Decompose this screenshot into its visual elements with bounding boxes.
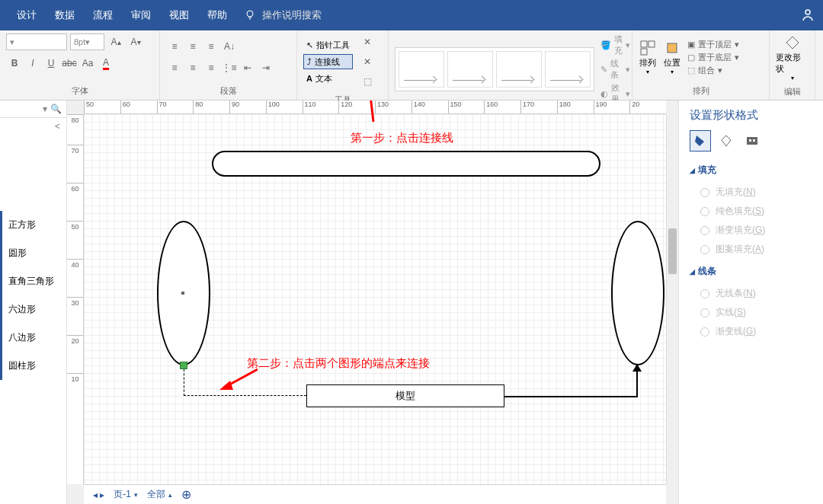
style-swatch-2[interactable] xyxy=(447,51,493,88)
group-button[interactable]: ⬚组合 ▾ xyxy=(687,65,739,76)
pointer-icon: ↖ xyxy=(306,40,313,50)
style-swatch-3[interactable] xyxy=(496,51,542,88)
connection-point-icon[interactable]: ✕ xyxy=(359,53,376,70)
line-gradient-option[interactable]: 渐变线(G) xyxy=(690,322,812,341)
shapes-collapse-icon[interactable]: < xyxy=(0,118,66,135)
align-middle-icon[interactable]: ≡ xyxy=(184,38,201,55)
size-tab-icon[interactable] xyxy=(741,130,763,152)
menu-data[interactable]: 数据 xyxy=(46,0,84,30)
fill-section-header[interactable]: ◢填充 xyxy=(690,164,812,177)
fill-none-option[interactable]: 无填充(N) xyxy=(690,183,812,202)
shape-item-circle[interactable]: 圆形 xyxy=(0,239,66,267)
page-tab-all[interactable]: 全部 ▴ xyxy=(147,488,172,501)
italic-icon[interactable]: I xyxy=(24,55,41,72)
shapes-search[interactable]: ▾ 🔍 xyxy=(0,100,66,118)
red-arrow-1 xyxy=(358,100,389,122)
text-tool[interactable]: A文本 xyxy=(303,71,353,86)
shape-rectangle-model[interactable]: 模型 xyxy=(306,384,504,407)
menu-help[interactable]: 帮助 xyxy=(198,0,236,30)
underline-icon[interactable]: U xyxy=(43,55,59,72)
vertical-scrollbar[interactable] xyxy=(666,114,678,484)
scrollbar-thumb[interactable] xyxy=(668,228,677,274)
shapes-search-input[interactable] xyxy=(5,104,43,113)
shape-rounded-rectangle[interactable] xyxy=(212,151,600,177)
bullets-icon[interactable]: ⋮≡ xyxy=(221,59,238,76)
ellipse-center-handle[interactable] xyxy=(181,292,184,295)
align-center-icon[interactable]: ≡ xyxy=(184,59,201,76)
font-case-icon[interactable]: Aa xyxy=(79,55,96,72)
arrow-head-up xyxy=(632,364,642,372)
fill-icon: 🪣 xyxy=(600,40,611,50)
fill-line-tab-icon[interactable] xyxy=(690,130,711,152)
style-gallery[interactable] xyxy=(395,47,594,91)
menu-process[interactable]: 流程 xyxy=(84,0,122,30)
svg-rect-7 xyxy=(749,139,751,142)
svg-rect-2 xyxy=(641,41,647,47)
line-section-header[interactable]: ◢线条 xyxy=(690,265,812,278)
lightbulb-icon[interactable] xyxy=(244,9,256,21)
annotation-step-1: 第一步：点击连接线 xyxy=(351,131,453,145)
menu-review[interactable]: 审阅 xyxy=(122,0,160,30)
font-color-icon[interactable]: A xyxy=(98,55,114,72)
bring-to-front[interactable]: ▣置于顶层 ▾ xyxy=(687,39,739,50)
font-size-dropdown[interactable]: 8pt ▾ xyxy=(70,33,104,50)
fill-dropdown[interactable]: 🪣填充 ▾ xyxy=(600,33,630,56)
connection-point-handle[interactable] xyxy=(180,362,187,369)
increase-font-icon[interactable]: A▴ xyxy=(107,33,124,50)
format-painter-icon[interactable]: ✕ xyxy=(359,33,376,50)
line-solid-option[interactable]: 实线(S) xyxy=(690,303,812,322)
svg-point-1 xyxy=(805,10,810,14)
line-dropdown[interactable]: ✎线条 ▾ xyxy=(600,58,630,81)
line-none-option[interactable]: 无线条(N) xyxy=(690,284,812,303)
drawing-canvas[interactable]: 模型 第一步：点击连接线 第二步：点击两个图形的端点来连接 xyxy=(84,114,666,484)
add-page-button[interactable]: ⊕ xyxy=(181,487,191,502)
align-left-icon[interactable]: ≡ xyxy=(166,59,183,76)
svg-rect-4 xyxy=(641,49,647,55)
arrange-icon xyxy=(639,39,657,57)
shape-ellipse-right[interactable] xyxy=(611,221,664,365)
user-icon[interactable] xyxy=(800,7,815,24)
strikethrough-icon[interactable]: abc xyxy=(61,55,78,72)
text-direction-icon[interactable]: A↓ xyxy=(221,38,238,55)
format-shape-panel: 设置形状格式 ◢填充 无填充(N) 纯色填充(S) 渐变填充(G) 图案填充(A… xyxy=(678,100,823,504)
fill-pattern-option[interactable]: 图案填充(A) xyxy=(690,240,812,259)
pages-nav-icon[interactable]: ◂ ▸ xyxy=(93,490,104,500)
shapes-panel: ▾ 🔍 < 正方形 圆形 直角三角形 六边形 八边形 圆柱形 xyxy=(0,100,67,504)
fill-gradient-option[interactable]: 渐变填充(G) xyxy=(690,221,812,240)
change-shape-button[interactable]: 更改形状▾ xyxy=(776,33,809,81)
shape-item-cylinder[interactable]: 圆柱形 xyxy=(0,352,66,380)
fill-solid-option[interactable]: 纯色填充(S) xyxy=(690,202,812,221)
shape-item-square[interactable]: 正方形 xyxy=(0,211,66,239)
bold-icon[interactable]: B xyxy=(6,55,23,72)
menu-design[interactable]: 设计 xyxy=(8,0,46,30)
svg-rect-8 xyxy=(753,139,755,142)
ribbon-group-edit: 更改形状▾ 编辑 xyxy=(770,30,815,100)
align-top-icon[interactable]: ≡ xyxy=(166,38,183,55)
connector-tool[interactable]: ⤴连接线 xyxy=(303,54,353,69)
connector-solid-vertical[interactable] xyxy=(636,369,638,397)
canvas-area: 50 60 70 80 90 100 110 120 130 140 150 1… xyxy=(67,100,678,504)
align-right-icon[interactable]: ≡ xyxy=(203,59,219,76)
indent-left-icon[interactable]: ⇤ xyxy=(239,59,256,76)
tell-me-search[interactable]: 操作说明搜索 xyxy=(262,8,322,22)
page-tab-1[interactable]: 页-1 ▾ xyxy=(114,488,138,501)
shape-item-hexagon[interactable]: 六边形 xyxy=(0,295,66,324)
align-bottom-icon[interactable]: ≡ xyxy=(203,38,219,55)
shape-item-triangle[interactable]: 直角三角形 xyxy=(0,267,66,295)
indent-right-icon[interactable]: ⇥ xyxy=(258,59,274,76)
menu-view[interactable]: 视图 xyxy=(160,0,198,30)
crop-icon[interactable]: ⬚ xyxy=(359,73,376,90)
shape-item-octagon[interactable]: 八边形 xyxy=(0,324,66,352)
page-tabs: ◂ ▸ 页-1 ▾ 全部 ▴ ⊕ xyxy=(84,484,666,504)
pointer-tool[interactable]: ↖指针工具 xyxy=(303,37,353,53)
connector-solid-horizontal[interactable] xyxy=(504,396,638,397)
style-swatch-4[interactable] xyxy=(545,51,591,88)
decrease-font-icon[interactable]: A▾ xyxy=(127,33,144,50)
search-icon[interactable]: 🔍 xyxy=(50,104,62,114)
position-button[interactable]: 位置▾ xyxy=(663,39,681,75)
send-to-back[interactable]: ▢置于底层 ▾ xyxy=(687,52,739,63)
effects-tab-icon[interactable] xyxy=(716,130,737,152)
style-swatch-1[interactable] xyxy=(399,51,444,88)
font-family-dropdown[interactable]: ▾ xyxy=(6,33,67,50)
arrange-button[interactable]: 排列▾ xyxy=(639,39,657,75)
